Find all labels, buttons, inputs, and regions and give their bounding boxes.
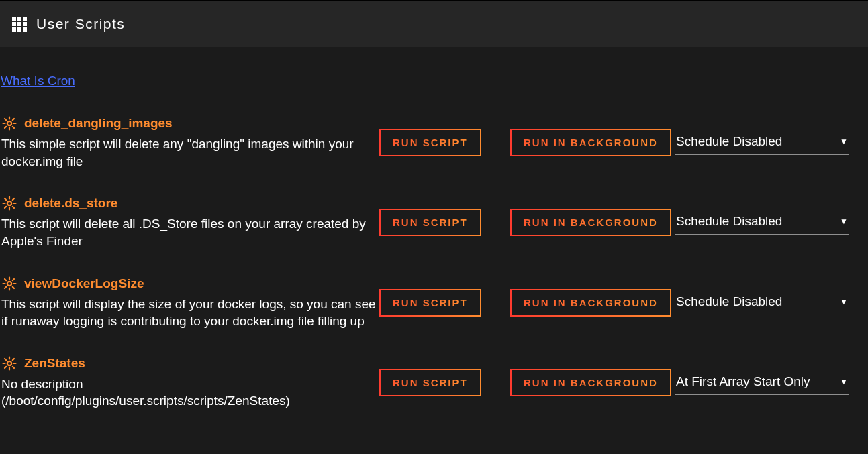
gear-icon[interactable]	[1, 195, 17, 211]
page-header: User Scripts	[0, 0, 868, 47]
script-name[interactable]: viewDockerLogSize	[24, 276, 144, 291]
chevron-down-icon: ▼	[840, 297, 848, 306]
run-script-button[interactable]: RUN SCRIPT	[379, 209, 481, 236]
script-description: No description(/boot/config/plugins/user…	[1, 376, 377, 410]
script-row: delete.ds_store This script will delete …	[0, 195, 868, 270]
schedule-select-value: Schedule Disabled	[676, 134, 782, 149]
script-description: This script will display the size of you…	[1, 296, 377, 330]
script-name[interactable]: ZenStates	[24, 356, 85, 371]
script-row: viewDockerLogSize This script will displ…	[0, 276, 868, 350]
gear-icon[interactable]	[1, 355, 17, 372]
schedule-select[interactable]: Schedule Disabled ▼	[675, 130, 849, 155]
chevron-down-icon: ▼	[840, 137, 848, 146]
schedule-select-value: At First Array Start Only	[676, 374, 810, 389]
script-row: delete_dangling_images This simple scrip…	[0, 115, 868, 190]
svg-point-2	[7, 281, 11, 285]
schedule-select[interactable]: Schedule Disabled ▼	[675, 210, 849, 235]
script-description: This simple script will delete any "dang…	[1, 135, 377, 170]
svg-point-3	[7, 361, 11, 365]
schedule-select[interactable]: At First Array Start Only ▼	[675, 370, 849, 395]
script-name[interactable]: delete_dangling_images	[24, 116, 173, 131]
script-name[interactable]: delete.ds_store	[24, 196, 117, 211]
run-in-background-button[interactable]: RUN IN BACKGROUND	[510, 209, 671, 236]
run-script-button[interactable]: RUN SCRIPT	[379, 289, 481, 317]
schedule-select-value: Schedule Disabled	[676, 294, 782, 309]
schedule-select[interactable]: Schedule Disabled ▼	[675, 290, 849, 315]
script-description: This script will delete all .DS_Store fi…	[1, 215, 377, 249]
gear-icon[interactable]	[1, 115, 17, 131]
chevron-down-icon: ▼	[840, 377, 848, 386]
chevron-down-icon: ▼	[840, 217, 848, 226]
run-in-background-button[interactable]: RUN IN BACKGROUND	[510, 289, 671, 317]
script-row: ZenStates No description(/boot/config/pl…	[0, 355, 868, 430]
what-is-cron-link[interactable]: What Is Cron	[1, 74, 75, 89]
apps-grid-icon	[12, 17, 27, 32]
run-in-background-button[interactable]: RUN IN BACKGROUND	[510, 129, 671, 156]
schedule-select-value: Schedule Disabled	[676, 214, 782, 229]
run-in-background-button[interactable]: RUN IN BACKGROUND	[510, 369, 671, 396]
page-title: User Scripts	[36, 16, 125, 32]
run-script-button[interactable]: RUN SCRIPT	[379, 369, 481, 396]
svg-point-0	[7, 121, 11, 125]
gear-icon[interactable]	[1, 276, 17, 292]
run-script-button[interactable]: RUN SCRIPT	[379, 129, 481, 156]
svg-point-1	[7, 201, 11, 205]
